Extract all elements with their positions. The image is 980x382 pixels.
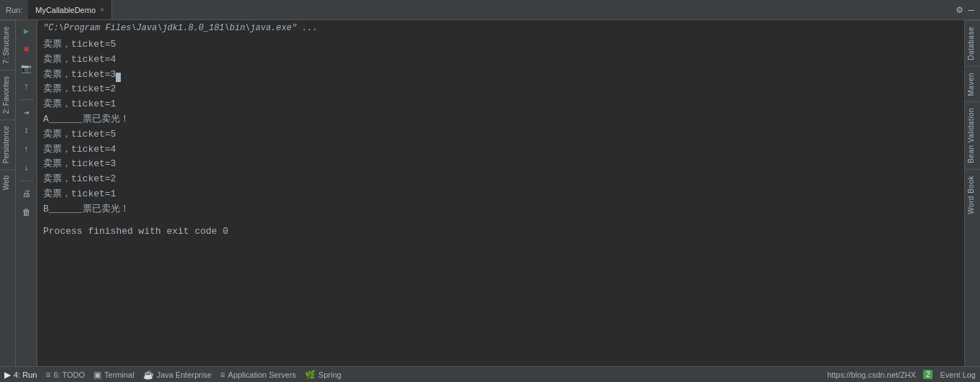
console-line: B______票已卖光！ xyxy=(43,202,958,217)
app-servers-icon: ≡ xyxy=(220,370,225,380)
console-line: 卖票，ticket=4 xyxy=(43,53,958,68)
move-up-button[interactable]: ↑ xyxy=(19,142,35,158)
left-toolbar: ▶ ■ 📷 ↑ ⇥ ↕ ↑ ↓ 🖨 🗑 xyxy=(16,20,37,366)
web-tab[interactable]: Web xyxy=(0,169,15,196)
favorites-tab[interactable]: 2: Favorites xyxy=(0,70,15,119)
app-servers-status-item[interactable]: ≡ Application Servers xyxy=(220,370,296,380)
left-vert-tabs: 7: Structure 2: Favorites Persistence We… xyxy=(0,20,16,366)
csdn-url[interactable]: https://blog.csdn.net/ZHX xyxy=(827,370,916,379)
camera-button[interactable]: 📷 xyxy=(19,60,35,76)
console-line: 卖票，ticket=1 xyxy=(43,187,958,202)
process-exit-line: Process finished with exit code 0 xyxy=(43,226,958,237)
console-line: 卖票，ticket=2 xyxy=(43,82,958,97)
maven-tab[interactable]: Maven xyxy=(965,66,980,102)
event-log-label[interactable]: Event Log xyxy=(940,370,976,379)
todo-status-item[interactable]: ≡ 6: TODO xyxy=(45,370,85,380)
right-sidebar: Database Maven Bean Validation Word Book xyxy=(964,20,980,366)
separator-2 xyxy=(19,181,34,181)
status-right: https://blog.csdn.net/ZHX 2 Event Log xyxy=(827,370,976,379)
terminal-status-label: Terminal xyxy=(104,370,134,379)
todo-status-label: 6: TODO xyxy=(53,370,85,379)
run-status-label: 4: Run xyxy=(14,370,37,379)
java-enterprise-label: Java Enterprise xyxy=(157,370,211,379)
status-bar: ▶ 4: Run ≡ 6: TODO ▣ Terminal ☕ Java Ent… xyxy=(0,366,980,382)
terminal-status-item[interactable]: ▣ Terminal xyxy=(93,370,134,380)
console-line: 卖票，ticket=5 xyxy=(43,127,958,142)
settings-icon[interactable]: ⚙ xyxy=(956,4,962,16)
console-line: 卖票，ticket=3 xyxy=(43,157,958,172)
console-line: 卖票，ticket=5 xyxy=(43,37,958,53)
persistence-tab[interactable]: Persistence xyxy=(0,119,15,169)
run-icon: ▶ xyxy=(4,370,11,380)
spring-label: Spring xyxy=(319,370,342,379)
spring-status-item[interactable]: 🌿 Spring xyxy=(305,370,342,380)
spring-icon: 🌿 xyxy=(305,370,316,380)
clear-button[interactable]: 🗑 xyxy=(19,204,35,220)
stop-button[interactable]: ■ xyxy=(19,42,35,58)
import-button[interactable]: ⇥ xyxy=(19,104,35,120)
database-tab[interactable]: Database xyxy=(965,20,980,66)
console-line: 卖票，ticket=3 xyxy=(43,68,958,83)
tab-bar: Run: MyCallableDemo × ⚙ — xyxy=(0,0,980,20)
console-line: A______票已卖光！ xyxy=(43,112,958,127)
java-enterprise-icon: ☕ xyxy=(143,370,154,380)
active-tab[interactable]: MyCallableDemo × xyxy=(28,0,112,19)
terminal-icon: ▣ xyxy=(93,370,101,380)
run-status-item[interactable]: ▶ 4: Run xyxy=(4,370,37,380)
print-button[interactable]: 🖨 xyxy=(19,186,35,201)
separator-1 xyxy=(19,99,34,100)
console-line: 卖票，ticket=1 xyxy=(43,97,958,112)
console-panel[interactable]: "C:\Program Files\Java\jdk1.8.0_181\bin\… xyxy=(37,20,964,366)
run-button[interactable]: ▶ xyxy=(19,23,35,39)
main-area: 7: Structure 2: Favorites Persistence We… xyxy=(0,20,980,366)
scroll-up-button[interactable]: ↑ xyxy=(19,79,35,95)
cursor xyxy=(116,73,121,82)
bean-validation-tab[interactable]: Bean Validation xyxy=(965,101,980,169)
tab-bar-actions: ⚙ — xyxy=(956,4,980,16)
structure-tab[interactable]: 7: Structure xyxy=(0,20,15,70)
event-log-badge[interactable]: 2 xyxy=(923,370,933,379)
todo-icon: ≡ xyxy=(45,370,50,380)
app-servers-label: Application Servers xyxy=(228,370,296,379)
sort-button[interactable]: ↕ xyxy=(19,123,35,139)
console-path: "C:\Program Files\Java\jdk1.8.0_181\bin\… xyxy=(43,23,958,33)
word-book-tab[interactable]: Word Book xyxy=(965,169,980,220)
move-down-button[interactable]: ↓ xyxy=(19,160,35,176)
console-line: 卖票，ticket=2 xyxy=(43,172,958,187)
java-enterprise-status-item[interactable]: ☕ Java Enterprise xyxy=(143,370,211,380)
tab-label: MyCallableDemo xyxy=(35,6,96,14)
tab-close-button[interactable]: × xyxy=(100,6,104,14)
console-line: 卖票，ticket=4 xyxy=(43,142,958,158)
run-label: Run: xyxy=(0,6,28,14)
minimize-icon[interactable]: — xyxy=(968,4,974,16)
